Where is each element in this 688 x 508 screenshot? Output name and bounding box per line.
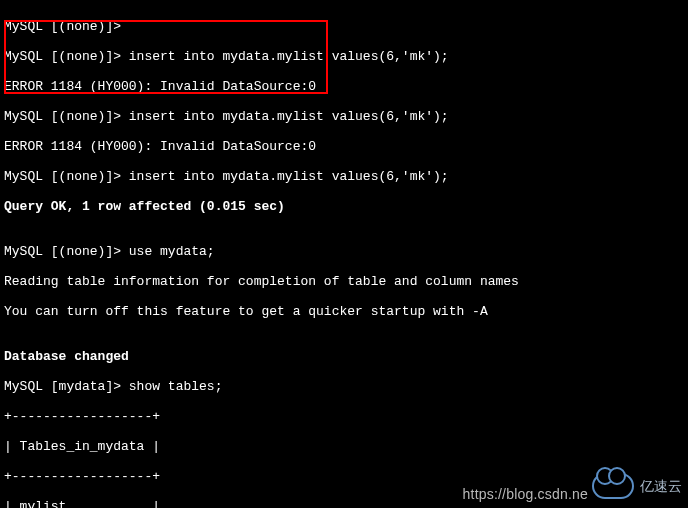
table-border: +------------------+ bbox=[4, 409, 684, 424]
terminal-output[interactable]: MySQL [(none)]> MySQL [(none)]> insert i… bbox=[0, 0, 688, 508]
table-header: | Tables_in_mydata | bbox=[4, 439, 684, 454]
watermark-brand: 亿速云 bbox=[640, 479, 682, 494]
sql-insert-line: MySQL [(none)]> insert into mydata.mylis… bbox=[4, 49, 684, 64]
use-db-line: MySQL [(none)]> use mydata; bbox=[4, 244, 684, 259]
sql-insert-line: MySQL [(none)]> insert into mydata.mylis… bbox=[4, 109, 684, 124]
cloud-icon bbox=[592, 473, 634, 499]
watermark-url: https://blog.csdn.ne bbox=[463, 487, 588, 502]
show-tables-line: MySQL [mydata]> show tables; bbox=[4, 379, 684, 394]
prompt-line: MySQL [(none)]> bbox=[4, 19, 684, 34]
watermark-logo: 亿速云 bbox=[592, 466, 682, 506]
error-line: ERROR 1184 (HY000): Invalid DataSource:0 bbox=[4, 79, 684, 94]
query-ok-line: Query OK, 1 row affected (0.015 sec) bbox=[4, 199, 684, 214]
table-border: +------------------+ bbox=[4, 469, 684, 484]
info-line: You can turn off this feature to get a q… bbox=[4, 304, 684, 319]
error-line: ERROR 1184 (HY000): Invalid DataSource:0 bbox=[4, 139, 684, 154]
sql-insert-line: MySQL [(none)]> insert into mydata.mylis… bbox=[4, 169, 684, 184]
info-line: Reading table information for completion… bbox=[4, 274, 684, 289]
db-changed-line: Database changed bbox=[4, 349, 684, 364]
